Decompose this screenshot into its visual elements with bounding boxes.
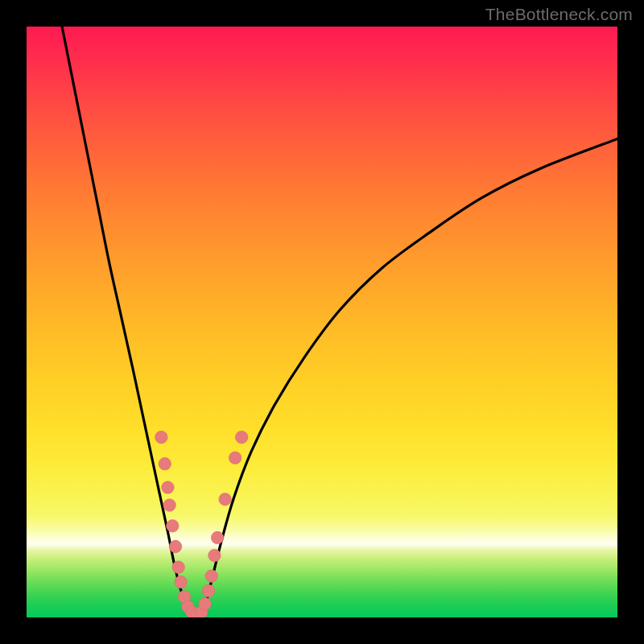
data-dot <box>169 540 182 553</box>
data-dot <box>229 452 242 464</box>
data-dot <box>208 549 221 562</box>
plot-area <box>27 27 617 617</box>
data-dot <box>166 519 179 532</box>
curve-layer <box>27 27 617 617</box>
data-dot <box>211 531 224 544</box>
data-dot <box>219 493 232 506</box>
watermark-text: TheBottleneck.com <box>485 5 633 24</box>
data-dots <box>155 431 248 617</box>
data-dot <box>163 499 176 512</box>
data-dot <box>235 431 248 444</box>
data-dot <box>155 431 168 444</box>
data-dot <box>202 584 215 597</box>
data-dot <box>205 570 218 583</box>
data-dot <box>175 576 188 588</box>
curve-right-branch <box>203 138 617 614</box>
data-dot <box>162 481 175 494</box>
data-dot <box>172 561 185 574</box>
chart-frame: TheBottleneck.com <box>0 0 644 644</box>
data-dot <box>159 457 171 470</box>
data-dot <box>199 597 212 610</box>
bottleneck-curve <box>62 27 617 614</box>
